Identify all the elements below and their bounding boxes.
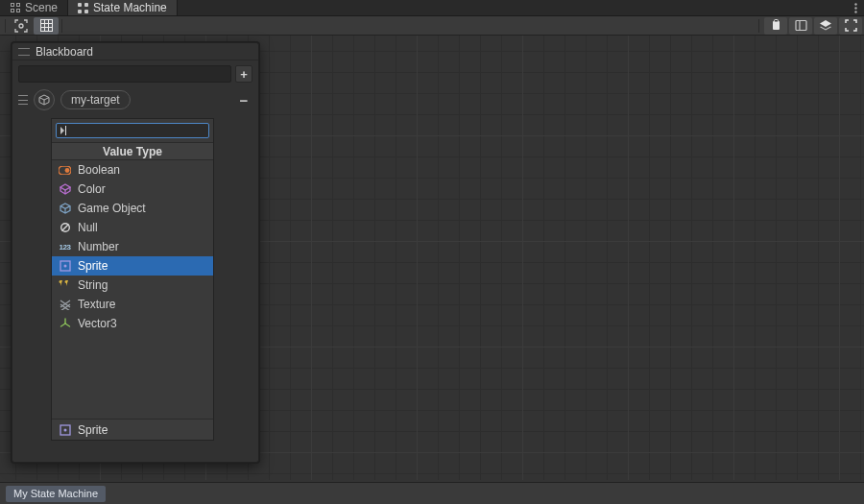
separator: [758, 19, 759, 33]
svg-rect-2: [11, 10, 13, 12]
svg-point-10: [854, 11, 856, 12]
grid4-icon: [10, 3, 20, 13]
svg-line-32: [65, 324, 70, 326]
color-icon: [59, 183, 71, 196]
tab-bar: Scene State Machine: [0, 0, 864, 16]
dropdown-item-label: Game Object: [78, 202, 146, 215]
blackboard-header[interactable]: Blackboard: [12, 43, 258, 60]
dropdown-item-sprite[interactable]: Sprite: [52, 256, 213, 276]
svg-rect-5: [84, 3, 88, 7]
cube-icon: [38, 94, 50, 106]
dropdown-item-label: Number: [78, 240, 119, 253]
svg-point-26: [63, 265, 66, 268]
dropdown-item-string[interactable]: String: [52, 276, 213, 295]
svg-point-8: [854, 3, 856, 5]
string-icon: [59, 279, 71, 292]
tab-overflow-button[interactable]: [847, 0, 864, 15]
dropdown-footer: Sprite: [52, 419, 213, 440]
svg-rect-12: [40, 20, 52, 32]
plus-icon: +: [240, 67, 248, 82]
dropdown-list: BooleanColorGame ObjectNull123NumberSpri…: [52, 160, 213, 419]
boolean-icon: [59, 164, 71, 177]
svg-line-24: [61, 225, 68, 231]
svg-line-33: [60, 324, 65, 326]
blackboard-panel: Blackboard + my-target − Value Type Bool…: [12, 42, 259, 463]
clipboard-button[interactable]: [764, 17, 787, 35]
tab-scene[interactable]: Scene: [0, 0, 68, 15]
dropdown-search-input[interactable]: [56, 123, 209, 138]
separator: [61, 19, 62, 33]
add-button[interactable]: +: [235, 65, 252, 83]
separator: [5, 19, 6, 33]
dropdown-item-game-object[interactable]: Game Object: [52, 199, 213, 218]
caret-right-icon: [60, 127, 64, 134]
svg-rect-0: [11, 4, 13, 7]
dropdown-item-label: Boolean: [78, 163, 120, 177]
text-cursor: [65, 126, 66, 135]
gameobject-icon: [59, 203, 71, 215]
blackboard-search-row: +: [12, 60, 258, 87]
dropdown-item-label: Sprite: [78, 259, 108, 273]
number-icon: 123: [59, 241, 71, 253]
layers-button[interactable]: [814, 17, 837, 35]
tab-statemachine-label: State Machine: [93, 1, 167, 14]
collapse-button[interactable]: −: [237, 93, 251, 107]
null-icon: [59, 222, 71, 234]
tab-scene-label: Scene: [25, 1, 58, 14]
svg-rect-7: [84, 10, 88, 13]
fullscreen-button[interactable]: [839, 17, 862, 35]
dropdown-item-number[interactable]: 123Number: [52, 237, 213, 256]
sprite-icon: [59, 423, 71, 436]
svg-point-9: [854, 7, 856, 9]
dropdown-item-label: Vector3: [78, 317, 117, 330]
sprite-icon: [59, 260, 71, 273]
entry-name-label: my-target: [71, 93, 120, 107]
svg-rect-3: [16, 10, 19, 12]
dropdown-item-vector3[interactable]: Vector3: [52, 314, 213, 333]
texture-icon: [59, 299, 71, 311]
drag-grip-icon: [18, 48, 30, 56]
minus-icon: −: [240, 92, 249, 108]
dropdown-item-label: String: [78, 278, 108, 292]
dropdown-item-label: Color: [78, 182, 106, 196]
reorder-handle-icon[interactable]: [18, 95, 28, 105]
svg-rect-1: [16, 4, 19, 7]
svg-rect-19: [796, 21, 806, 31]
entry-type-button[interactable]: [34, 89, 55, 110]
toolbar: [0, 16, 864, 36]
dropdown-title: Value Type: [52, 143, 213, 160]
breadcrumb[interactable]: My State Machine: [6, 486, 106, 502]
dropdown-item-null[interactable]: Null: [52, 218, 213, 237]
dropdown-footer-label: Sprite: [78, 423, 108, 437]
dropdown-search-row: [52, 119, 213, 143]
blackboard-title: Blackboard: [36, 45, 93, 59]
value-type-dropdown: Value Type BooleanColorGame ObjectNull12…: [51, 118, 214, 441]
frame-button[interactable]: [9, 17, 34, 35]
svg-rect-4: [78, 3, 82, 7]
dropdown-item-boolean[interactable]: Boolean: [52, 160, 213, 180]
entry-name-chip[interactable]: my-target: [60, 90, 131, 109]
view-mode-group: [9, 17, 59, 35]
svg-rect-18: [774, 20, 778, 23]
statemachine-icon: [78, 3, 88, 13]
blackboard-search-input[interactable]: [18, 65, 231, 83]
breadcrumb-label: My State Machine: [13, 488, 98, 499]
dropdown-item-label: Texture: [78, 298, 115, 311]
dropdown-item-label: Null: [78, 221, 98, 234]
svg-point-22: [65, 168, 70, 173]
grid-button[interactable]: [34, 17, 59, 35]
vector3-icon: [59, 318, 71, 330]
tab-state-machine[interactable]: State Machine: [68, 0, 178, 15]
svg-point-35: [63, 428, 66, 431]
svg-rect-6: [78, 10, 82, 13]
panel-button[interactable]: [789, 17, 812, 35]
dropdown-item-color[interactable]: Color: [52, 180, 213, 199]
dropdown-item-texture[interactable]: Texture: [52, 295, 213, 314]
svg-point-11: [19, 24, 23, 28]
blackboard-entry-row: my-target −: [12, 87, 258, 114]
footer-bar: My State Machine: [0, 482, 864, 504]
